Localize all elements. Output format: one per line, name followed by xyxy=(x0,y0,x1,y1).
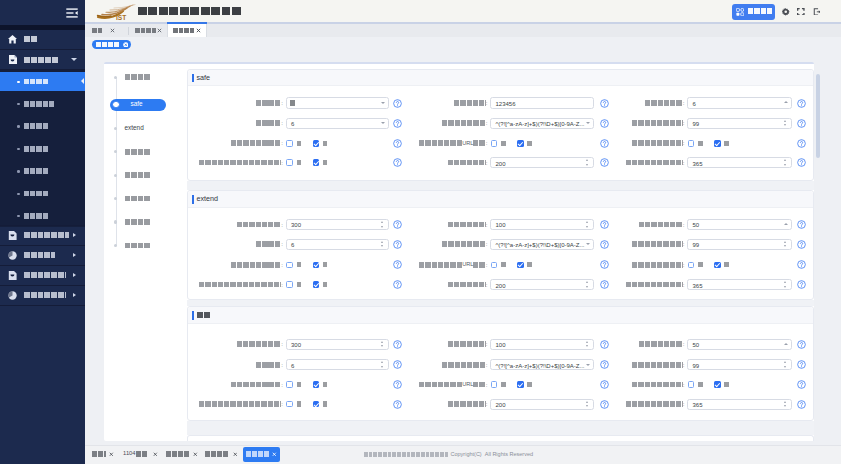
svg-text:IST: IST xyxy=(116,14,126,21)
